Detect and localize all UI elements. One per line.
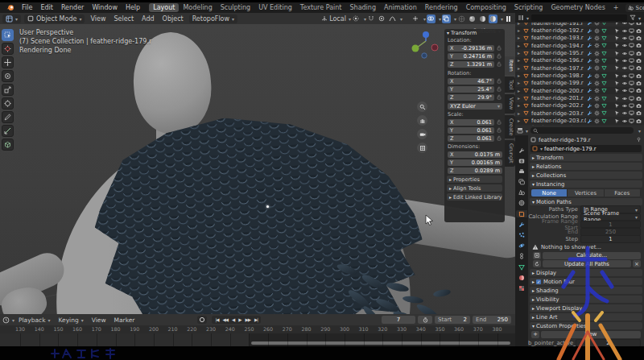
camera-icon[interactable] bbox=[635, 73, 642, 79]
pan-view-icon[interactable] bbox=[417, 115, 427, 126]
lock-icon[interactable] bbox=[496, 45, 502, 51]
mode-selector[interactable]: Object Mode▾ bbox=[24, 14, 85, 23]
tool-measure[interactable] bbox=[2, 125, 14, 137]
eye-icon[interactable] bbox=[621, 65, 628, 71]
outliner-row[interactable]: ▸feather-ridge-192.r bbox=[515, 27, 644, 34]
pause-icon[interactable] bbox=[506, 16, 510, 22]
object-name[interactable]: feather-ridge-203.r bbox=[531, 110, 586, 117]
eye-icon[interactable] bbox=[621, 51, 628, 56]
rotation-y-field[interactable]: Y25.4° bbox=[448, 85, 502, 93]
n-panel-section-align-tools[interactable]: ▸Align Tools bbox=[447, 184, 502, 192]
tool-add-cube[interactable] bbox=[2, 139, 14, 151]
monitor-icon[interactable] bbox=[628, 118, 635, 124]
shading-solid-icon[interactable] bbox=[468, 14, 477, 23]
select-cursor-icon[interactable] bbox=[613, 103, 621, 109]
select-cursor-icon[interactable] bbox=[613, 51, 621, 56]
add-workspace-button[interactable]: + bbox=[609, 3, 623, 12]
select-cursor-icon[interactable] bbox=[613, 23, 621, 26]
lock-icon[interactable] bbox=[496, 119, 502, 125]
dimension-z-field[interactable]: Z0.0289 m bbox=[448, 167, 502, 174]
camera-icon[interactable] bbox=[635, 110, 642, 116]
properties-tab-render[interactable] bbox=[516, 157, 527, 164]
lock-icon[interactable] bbox=[496, 86, 502, 92]
eye-icon[interactable] bbox=[621, 96, 628, 101]
properties-tab-view-layer[interactable] bbox=[516, 179, 527, 186]
location-z-field[interactable]: Z1.3291 m bbox=[448, 60, 502, 68]
outliner-row[interactable]: ▸feather-ridge-199.r bbox=[515, 80, 644, 87]
tool-tweak-select[interactable] bbox=[2, 29, 14, 41]
lock-icon[interactable] bbox=[496, 53, 502, 59]
instancing-option-vertices[interactable]: Vertices bbox=[568, 189, 604, 197]
monitor-icon[interactable] bbox=[628, 88, 635, 93]
select-cursor-icon[interactable] bbox=[613, 88, 621, 93]
location-x-field[interactable]: X-0.29136 m bbox=[448, 44, 502, 52]
properties-tab-tool[interactable] bbox=[516, 147, 527, 154]
outliner-filter-icon[interactable] bbox=[630, 14, 636, 21]
workspace-tab-shading[interactable]: Shading bbox=[345, 3, 380, 12]
camera-view-icon[interactable] bbox=[417, 129, 427, 139]
eye-icon[interactable] bbox=[621, 28, 628, 34]
panel-visibility[interactable]: ▸Visibility bbox=[530, 296, 642, 303]
timeline-tracks[interactable] bbox=[0, 333, 515, 346]
transform-panel-header[interactable]: ▾Transform bbox=[444, 29, 505, 37]
retopoflow-menu[interactable]: RetopoFlow▾ bbox=[189, 14, 237, 23]
frame-end-field[interactable]: End250 bbox=[473, 316, 511, 324]
lock-icon[interactable] bbox=[496, 94, 502, 100]
object-name[interactable]: feather-ridge-195.r bbox=[531, 50, 586, 56]
camera-icon[interactable] bbox=[635, 118, 642, 124]
rotation-x-field[interactable]: X46.7° bbox=[448, 77, 502, 85]
update-all-paths-button[interactable]: Update All Paths bbox=[543, 260, 631, 267]
outliner-row[interactable]: ▸feather-ridge-197.r bbox=[515, 64, 644, 72]
shading-rendered-icon[interactable] bbox=[489, 14, 497, 23]
viewport-menu-object[interactable]: Object bbox=[159, 15, 188, 23]
editor-type-button[interactable]: ▾ bbox=[2, 14, 21, 23]
overlays-toggle-icon[interactable] bbox=[427, 14, 436, 23]
motion-paths-step[interactable]: Step1 bbox=[528, 236, 641, 243]
eye-icon[interactable] bbox=[621, 35, 628, 41]
properties-tab-physics[interactable] bbox=[516, 242, 527, 250]
object-name[interactable]: feather-ridge-197.r bbox=[531, 65, 586, 72]
monitor-icon[interactable] bbox=[628, 73, 635, 79]
menu-render[interactable]: Render bbox=[57, 4, 88, 11]
camera-icon[interactable] bbox=[635, 81, 642, 86]
workspace-tab-animation[interactable]: Animation bbox=[380, 3, 421, 12]
object-name[interactable]: feather-ridge-198.r bbox=[531, 72, 586, 79]
viewport-menu-select[interactable]: Select bbox=[109, 15, 138, 23]
lock-icon[interactable] bbox=[496, 127, 502, 133]
falloff-curve-icon[interactable] bbox=[388, 14, 397, 23]
panel-motion-blur[interactable]: ▸✓Motion Blur bbox=[530, 278, 642, 285]
monitor-icon[interactable] bbox=[628, 43, 635, 48]
lock-icon[interactable] bbox=[496, 135, 502, 141]
workspace-tab-geometry-nodes[interactable]: Geometry Nodes bbox=[547, 3, 609, 12]
menu-window[interactable]: Window bbox=[88, 4, 122, 11]
play-reverse-button[interactable]: ◀ bbox=[230, 317, 236, 322]
camera-icon[interactable] bbox=[635, 51, 642, 56]
outliner-row[interactable]: ▸feather-ridge-202.r bbox=[515, 102, 644, 110]
tool-transform[interactable] bbox=[2, 97, 14, 110]
panel-viewport-display[interactable]: ▸Viewport Display bbox=[530, 304, 642, 312]
camera-icon[interactable] bbox=[635, 103, 642, 109]
scale-z-field[interactable]: Z0.061 bbox=[448, 134, 502, 142]
object-name[interactable]: feather-ridge-200.r bbox=[531, 88, 586, 94]
properties-tab-scene[interactable] bbox=[516, 189, 527, 197]
camera-icon[interactable] bbox=[635, 35, 642, 41]
instancing-option-faces[interactable]: Faces bbox=[605, 189, 641, 197]
panel-motion-paths[interactable]: ▾Motion Paths bbox=[530, 198, 642, 205]
timeline-menu-playback[interactable]: Playback▾ bbox=[14, 317, 54, 324]
select-cursor-icon[interactable] bbox=[613, 35, 621, 41]
eye-icon[interactable] bbox=[621, 43, 628, 48]
blender-logo-icon[interactable] bbox=[6, 4, 14, 11]
monitor-icon[interactable] bbox=[628, 23, 635, 26]
monitor-icon[interactable] bbox=[628, 35, 635, 41]
select-cursor-icon[interactable] bbox=[613, 73, 621, 79]
eye-icon[interactable] bbox=[621, 88, 628, 93]
navigation-gizmo[interactable] bbox=[407, 31, 439, 63]
xray-toggle-icon[interactable] bbox=[442, 14, 451, 23]
properties-tab-texture[interactable] bbox=[516, 284, 527, 292]
monitor-icon[interactable] bbox=[628, 58, 635, 64]
current-frame-field[interactable]: 7 bbox=[382, 316, 415, 324]
menu-edit[interactable]: Edit bbox=[36, 4, 57, 11]
eye-icon[interactable] bbox=[621, 110, 628, 116]
panel-collections[interactable]: ▸Collections bbox=[530, 172, 642, 179]
timeline-menu-keying[interactable]: Keying▾ bbox=[55, 317, 88, 324]
